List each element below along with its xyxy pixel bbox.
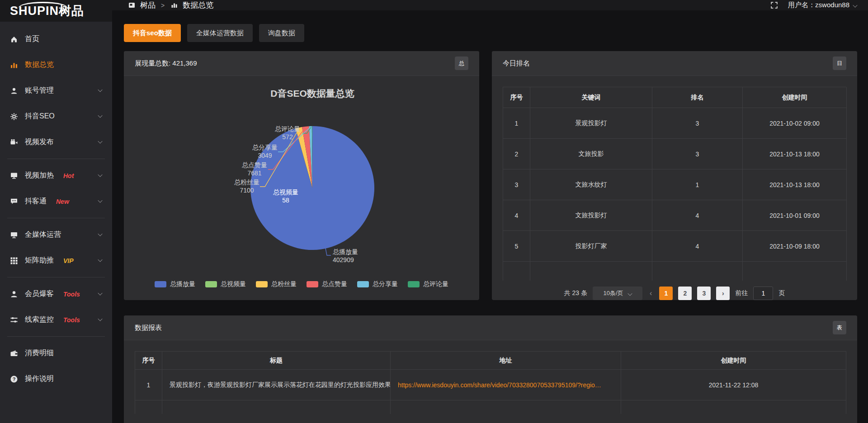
home-icon [10, 35, 18, 43]
total-toggle-button[interactable]: 总 [455, 56, 468, 70]
cell-rank: 4 [652, 200, 743, 231]
chevron-down-icon [98, 87, 102, 92]
legend-item-shares[interactable]: 总分享量 [357, 280, 398, 288]
tab-inquiry-data[interactable]: 询盘数据 [259, 24, 304, 42]
person-icon [10, 290, 18, 298]
question-circle-icon: ? [10, 375, 18, 383]
sidebar-item-home[interactable]: 首页 [0, 26, 112, 52]
table-row-partial [503, 262, 846, 281]
breadcrumb-current: 数据总览 [183, 0, 213, 10]
sidebar-item-label: 首页 [25, 34, 39, 44]
column-header: 创建时间 [743, 87, 847, 108]
cell-keyword: 文旅水纹灯 [530, 169, 652, 200]
sidebar-item-video-publish[interactable]: 视频发布 [0, 129, 112, 155]
sidebar-item-label: 操作说明 [25, 374, 54, 384]
data-tabs: 抖音seo数据 全媒体运营数据 询盘数据 [124, 24, 857, 42]
pagination-total: 共 23 条 [564, 289, 587, 297]
goto-unit: 页 [778, 289, 785, 297]
label-videos-name: 总视频量 [273, 188, 298, 196]
page-size-value: 10条/页 [603, 289, 623, 297]
tab-douyin-seo-data[interactable]: 抖音seo数据 [124, 24, 181, 42]
legend-item-comments[interactable]: 总评论量 [408, 280, 448, 288]
user-icon [10, 87, 18, 95]
sidebar-item-lead-monitor[interactable]: 线索监控 Tools [0, 307, 112, 333]
cell-created-time: 2021-11-22 12:08 [621, 370, 846, 400]
legend-item-fans[interactable]: 总粉丝量 [256, 280, 297, 288]
monitor-icon [10, 231, 18, 239]
sidebar-item-video-heat[interactable]: 视频加热 Hot [0, 163, 112, 188]
goto-page-input[interactable] [753, 287, 773, 300]
sidebar-item-account-management[interactable]: 账号管理 [0, 78, 112, 103]
page-button-2[interactable]: 2 [678, 287, 692, 300]
legend-swatch [307, 281, 318, 287]
legend-item-likes[interactable]: 总点赞量 [307, 280, 347, 288]
sidebar-item-label: 会员爆客 [25, 289, 54, 299]
impressions-card-header: 展现量总数: 421,369 总 [124, 51, 479, 76]
breadcrumb: 树品 > 数据总览 [127, 0, 213, 10]
page-size-select[interactable]: 10条/页 [593, 287, 642, 300]
user-menu[interactable]: 用户名：zswodun88 [788, 1, 857, 9]
legend-label: 总分享量 [373, 280, 398, 288]
prev-page-button[interactable]: ‹ [648, 289, 654, 297]
sidebar-item-matrix-boost[interactable]: 矩阵助推 VIP [0, 248, 112, 273]
page-button-1[interactable]: 1 [659, 287, 673, 300]
mini-bar-chart-icon [170, 2, 178, 9]
label-fans-value: 7100 [240, 187, 254, 194]
chevron-down-icon [98, 231, 102, 236]
report-table-header: 序号 标题 地址 创建时间 [135, 352, 846, 370]
sidebar-item-member-burst[interactable]: 会员爆客 Tools [0, 281, 112, 307]
legend-item-videos[interactable]: 总视频量 [205, 280, 246, 288]
data-report-card: 数据报表 表 序号 标题 地址 创建时间 1 景观投影灯，夜游景观投影灯厂家 [124, 315, 857, 423]
day-toggle-button[interactable]: 日 [833, 56, 846, 70]
table-toggle-button[interactable]: 表 [833, 321, 846, 334]
legend-label: 总播放量 [170, 280, 195, 288]
sidebar-item-consumption-detail[interactable]: 消费明细 [0, 340, 112, 366]
chevron-down-icon [853, 3, 857, 7]
sidebar-item-instructions[interactable]: ? 操作说明 [0, 366, 112, 392]
cell-created-time: 2021-10-13 18:00 [743, 139, 847, 169]
column-header: 标题 [162, 352, 391, 370]
app-root: SHUPIN树品 首页 数据总览 账号管理 [0, 0, 868, 423]
cell-title: 景观投影灯，夜游景观投影灯厂家展示展示落花灯在花园里的灯光投影应用效果 # [162, 370, 391, 400]
tab-omnimedia-data[interactable]: 全媒体运营数据 [187, 24, 253, 42]
breadcrumb-root[interactable]: 树品 [140, 0, 156, 10]
svg-text:?: ? [13, 376, 16, 382]
cell-created-time: 2021-10-09 18:00 [743, 231, 847, 262]
logo: SHUPIN树品 [0, 0, 112, 22]
table-row: 2 文旅投影 3 2021-10-13 18:00 [503, 139, 846, 169]
table-row: 3 文旅水纹灯 1 2021-10-13 18:00 [503, 169, 846, 200]
legend-swatch [256, 281, 268, 287]
next-page-button[interactable]: › [716, 287, 730, 300]
sidebar-item-data-overview[interactable]: 数据总览 [0, 52, 112, 78]
cell-rank: 3 [652, 139, 743, 169]
sidebar-divider [7, 336, 105, 337]
fullscreen-icon[interactable] [770, 1, 778, 9]
breadcrumb-separator: > [161, 2, 165, 9]
sidebar-item-label: 抖音SEO [25, 112, 55, 121]
bar-chart-icon [10, 61, 18, 69]
ranking-table-header: 序号 关键词 排名 创建时间 [503, 87, 846, 108]
chevron-down-icon [98, 316, 102, 321]
sidebar-item-label: 抖客通 [25, 197, 47, 206]
impressions-summary: 展现量总数: 421,369 [135, 59, 197, 68]
sidebar-item-omnimedia[interactable]: 全媒体运营 [0, 222, 112, 248]
ranking-card-title: 今日排名 [503, 59, 530, 68]
legend-item-play[interactable]: 总播放量 [155, 280, 195, 288]
page-button-3[interactable]: 3 [697, 287, 711, 300]
sidebar-item-label: 视频加热 [25, 171, 54, 180]
cell-video-link[interactable]: https://www.iesdouyin.com/share/video/70… [391, 370, 621, 400]
sidebar-item-doukettong[interactable]: 抖客通 New [0, 188, 112, 214]
sidebar-item-label: 账号管理 [25, 86, 54, 95]
legend-swatch [205, 281, 217, 287]
column-header: 创建时间 [621, 352, 846, 370]
app-square-icon [127, 2, 136, 9]
cell-index: 2 [503, 139, 530, 169]
legend-swatch [408, 281, 420, 287]
report-table: 序号 标题 地址 创建时间 1 景观投影灯，夜游景观投影灯厂家展示展示落花灯在花… [124, 340, 857, 414]
label-videos-value: 58 [282, 197, 289, 204]
label-shares-value: 3049 [258, 152, 272, 159]
today-ranking-card: 今日排名 日 序号 关键词 排名 创建时间 1 [492, 51, 857, 300]
pagination: 共 23 条 10条/页 ‹ 1 2 3 › 前往 [503, 287, 846, 300]
cell-keyword: 文旅投影灯 [530, 200, 652, 231]
sidebar-item-douyin-seo[interactable]: 抖音SEO [0, 103, 112, 129]
